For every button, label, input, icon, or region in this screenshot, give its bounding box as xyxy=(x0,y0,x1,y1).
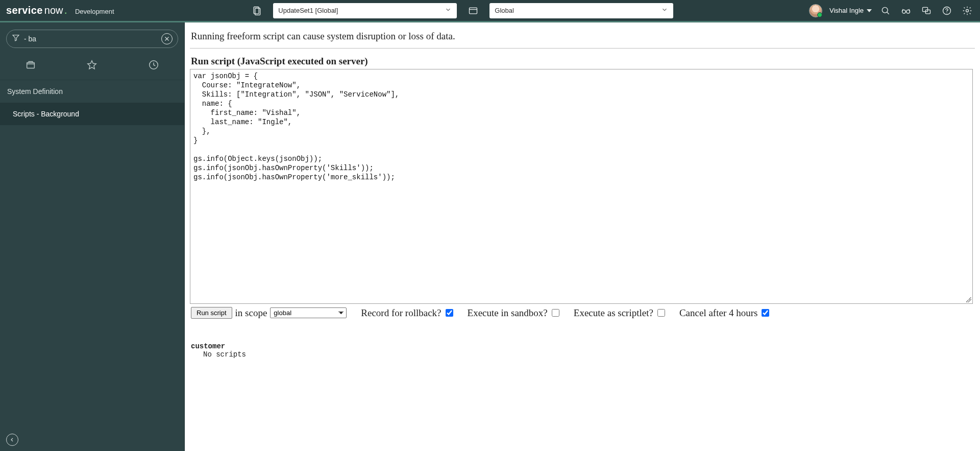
nav-tab-favorites[interactable] xyxy=(86,59,97,73)
help-icon[interactable] xyxy=(940,4,953,17)
nav-tab-all[interactable] xyxy=(25,59,36,73)
nav-collapse xyxy=(0,429,184,451)
header-center: UpdateSet1 [Global] Global xyxy=(250,3,673,18)
sidebar: System Definition Scripts - Background xyxy=(0,22,185,451)
main-content: Running freeform script can cause system… xyxy=(185,22,980,451)
brand-logo-now: now xyxy=(44,5,63,16)
nav-item-scripts-background[interactable]: Scripts - Background xyxy=(0,103,184,125)
user-menu[interactable]: Vishal Ingle xyxy=(829,7,872,14)
filter-icon xyxy=(12,34,20,44)
svg-marker-4 xyxy=(867,9,872,12)
nav-module-system-definition[interactable]: System Definition xyxy=(0,80,184,103)
star-icon xyxy=(86,59,97,70)
update-set-value: UpdateSet1 [Global] xyxy=(278,7,338,14)
script-editor[interactable]: var jsonObj = { Course: "IntegrateNow", … xyxy=(190,69,973,304)
scriptlet-checkbox[interactable] xyxy=(657,309,665,317)
chevron-down-icon xyxy=(445,6,452,15)
sandbox-label: Execute in sandbox? xyxy=(468,307,548,319)
nav-list: System Definition Scripts - Background xyxy=(0,80,184,429)
svg-marker-18 xyxy=(88,61,96,69)
sandbox-checkbox[interactable] xyxy=(552,309,559,317)
glasses-icon[interactable] xyxy=(899,4,913,17)
brand-logo: servicenow. xyxy=(6,5,67,16)
rollback-checkbox[interactable] xyxy=(446,309,453,317)
svg-rect-2 xyxy=(470,8,477,14)
script-controls: Run script in scope global Record for ro… xyxy=(190,304,975,319)
nav-filter xyxy=(6,30,178,48)
script-warning: Running freeform script can cause system… xyxy=(190,29,975,49)
svg-marker-14 xyxy=(13,35,19,41)
app-scope-value: Global xyxy=(495,7,514,14)
chat-icon[interactable] xyxy=(920,4,933,17)
scriptlet-label: Execute as scriptlet? xyxy=(574,307,653,319)
nav-collapse-button[interactable] xyxy=(6,434,18,446)
in-scope-label: in scope xyxy=(235,307,267,319)
app-scope-icon[interactable] xyxy=(466,4,480,18)
rollback-label: Record for rollback? xyxy=(361,307,441,319)
close-icon xyxy=(164,36,170,42)
user-name-label: Vishal Ingle xyxy=(829,7,864,14)
environment-label: Development xyxy=(75,8,114,15)
global-header: servicenow. Development UpdateSet1 [Glob… xyxy=(0,0,980,22)
output-line: No scripts xyxy=(191,350,975,359)
gear-icon[interactable] xyxy=(961,4,974,17)
output-heading: customer xyxy=(191,342,975,350)
svg-point-12 xyxy=(946,12,947,13)
run-script-button[interactable]: Run script xyxy=(191,307,232,319)
header-right: Vishal Ingle xyxy=(809,4,974,17)
update-set-dropdown[interactable]: UpdateSet1 [Global] xyxy=(273,3,457,18)
cancel-checkbox[interactable] xyxy=(762,309,769,317)
scope-select[interactable]: global xyxy=(270,307,347,318)
brand-logo-dot: . xyxy=(64,7,66,16)
nav-tab-history[interactable] xyxy=(148,59,159,73)
nav-tabs xyxy=(0,53,184,80)
search-icon[interactable] xyxy=(879,4,892,17)
clock-icon xyxy=(148,59,159,70)
brand-logo-service: service xyxy=(6,5,43,16)
caret-down-icon xyxy=(867,8,872,13)
body: System Definition Scripts - Background R… xyxy=(0,22,980,451)
svg-rect-17 xyxy=(27,62,35,68)
nav-filter-clear[interactable] xyxy=(161,33,173,44)
chevron-down-icon xyxy=(661,6,668,15)
svg-rect-9 xyxy=(923,7,928,11)
svg-point-13 xyxy=(966,9,969,12)
nav-filter-row xyxy=(0,22,184,53)
nav-filter-input[interactable] xyxy=(24,35,157,43)
script-output: customer No scripts xyxy=(190,319,975,359)
avatar[interactable] xyxy=(809,4,822,17)
app-scope-dropdown[interactable]: Global xyxy=(489,3,673,18)
svg-line-6 xyxy=(887,12,889,14)
update-set-icon[interactable] xyxy=(250,4,264,18)
arrow-left-icon xyxy=(9,437,15,443)
cancel-label: Cancel after 4 hours xyxy=(679,307,758,319)
run-script-heading: Run script (JavaScript executed on serve… xyxy=(190,49,975,69)
